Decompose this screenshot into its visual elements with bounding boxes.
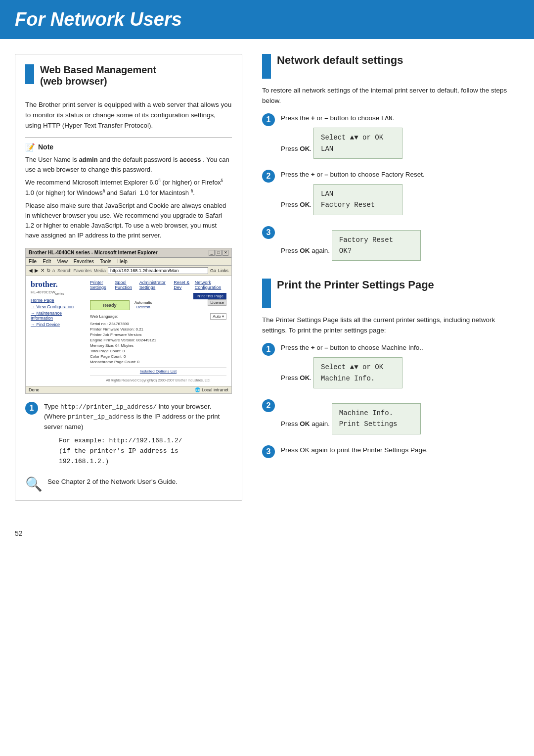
link-network-config[interactable]: Network Configuration (195, 280, 226, 290)
info-serial: Serial no.: Z34767890 (90, 322, 226, 326)
lcd-select-machine-info: Select ▲▼ or OKMachine Info. (313, 357, 402, 388)
link-reset-dev[interactable]: Reset & Dev (174, 280, 191, 290)
print-step-3-text: Press OK again to print the Printer Sett… (281, 446, 428, 454)
print-step-1-content: Press the + or – button to choose Machin… (281, 343, 519, 392)
page-title: For Network Users (15, 9, 519, 30)
browser-address-bar[interactable] (108, 267, 208, 274)
note-box: 📝 Note The User Name is admin and the de… (25, 137, 232, 241)
print-step-3: 3 Press OK again to print the Printer Se… (262, 445, 519, 458)
menu-edit[interactable]: Edit (43, 259, 51, 264)
left-column: Web Based Management(web browser) The Br… (15, 54, 257, 513)
refresh-btn[interactable]: ↻ (46, 268, 50, 273)
stop-btn[interactable]: ✕ (41, 268, 44, 273)
links-label: Links (218, 268, 228, 273)
network-step-1-content: Press the + or – button to choose LAN.Pr… (281, 113, 519, 163)
print-this-page-btn[interactable]: Print This Page (193, 293, 226, 299)
web-language-value[interactable]: Auto ▾ (210, 313, 226, 320)
go-btn[interactable]: Go (210, 268, 216, 273)
browser-model: HL-4070CDWseries (31, 290, 85, 295)
info-memory: Memory Size: 64 Mbytes (90, 343, 226, 348)
nav-find-device[interactable]: Find Device (31, 322, 85, 327)
network-defaults-section: Network default settings To restore all … (262, 54, 519, 265)
step-number-1: 1 (25, 402, 38, 415)
browser-title-text: Brother HL-4040CN series - Microsoft Int… (29, 250, 158, 255)
note-header: 📝 Note (25, 142, 232, 152)
browser-menubar: File Edit View Favorites Tools Help (26, 258, 231, 266)
wbm-section: Web Based Management(web browser) The Br… (15, 54, 242, 501)
home-btn[interactable]: ⌂ (52, 268, 55, 273)
statusbar-zone: 🌐 Local intranet (195, 387, 228, 392)
right-column: Network default settings To restore all … (257, 54, 519, 513)
menu-help[interactable]: Help (117, 259, 128, 264)
info-mono-pages: Monochrome Page Count: 0 (90, 360, 226, 364)
info-color-pages: Color Page Count: 0 (90, 354, 226, 359)
network-step-2: 2 Press the + or – button to choose Fact… (262, 170, 519, 219)
note-label: Note (38, 143, 53, 151)
browser-close-btn[interactable]: ✕ (222, 250, 228, 256)
print-settings-section: Print the Printer Settings Page The Prin… (262, 279, 519, 458)
print-step-1: 1 Press the + or – button to choose Mach… (262, 343, 519, 392)
forward-btn[interactable]: ▶ (35, 268, 39, 273)
network-step-number-2: 2 (262, 170, 275, 183)
browser-header-links: Printer Settings Spool Function Administ… (90, 280, 226, 290)
back-btn[interactable]: ◀ (29, 268, 33, 273)
network-step-3-text: Press OK again. (281, 247, 330, 254)
menu-favorites[interactable]: Favorites (74, 259, 94, 264)
network-step-1: 1 Press the + or – button to choose LAN.… (262, 113, 519, 163)
main-content: Web Based Management(web browser) The Br… (0, 39, 534, 527)
network-step-3-content: Press OK again. Factory ResetOK? (281, 226, 519, 265)
print-step-2-text: Press OK again. (281, 420, 330, 427)
link-printer-settings[interactable]: Printer Settings (90, 280, 112, 290)
nav-home-page[interactable]: Home Page (31, 298, 85, 303)
info-printer-fw: Printer Firmware Version: 0.21 (90, 327, 226, 331)
wbm-title: Web Based Management(web browser) (40, 64, 156, 87)
header-bar: For Network Users (0, 0, 534, 39)
nav-view-config[interactable]: View Configuration (31, 304, 85, 309)
wbm-section-header: Web Based Management(web browser) (25, 64, 232, 93)
browser-sidebar: brother. HL-4070CDWseries Home Page View… (31, 280, 85, 382)
network-defaults-title: Network default settings (277, 54, 403, 67)
magnifier-icon: 🔍 (25, 476, 43, 492)
web-language-label: Web Language: (90, 314, 118, 319)
menu-file[interactable]: File (29, 259, 37, 264)
print-step-3-content: Press OK again to print the Printer Sett… (281, 445, 519, 458)
network-step-2-content: Press the + or – button to choose Factor… (281, 170, 519, 219)
left-step-1: 1 Type http://printer_ip_address/ into y… (25, 402, 232, 471)
lcd-machine-info-print: Machine Info.Print Settings (332, 403, 421, 434)
browser-toolbar: ◀ ▶ ✕ ↻ ⌂ Search Favorites Media Go Link… (26, 266, 231, 276)
link-spool-function[interactable]: Spool Function (115, 280, 136, 290)
browser-minimize-btn[interactable]: _ (209, 250, 215, 256)
browser-titlebar: Brother HL-4040CN series - Microsoft Int… (26, 248, 231, 258)
network-step-3: 3 Press OK again. Factory ResetOK? (262, 226, 519, 265)
print-step-2-content: Press OK again. Machine Info.Print Setti… (281, 399, 519, 438)
status-ready-box: Ready (90, 300, 130, 310)
printer-status-area: Ready Automatic Refresh License (90, 300, 226, 310)
step-1-subtext: (Where printer_ip_address is the IP addr… (44, 413, 220, 430)
lcd-lan-factory-reset: LANFactory Reset (313, 184, 402, 215)
nav-maintenance-info[interactable]: Maintenance Information (31, 311, 85, 321)
link-admin-settings[interactable]: Administrator Settings (139, 280, 171, 290)
lcd-factory-reset-ok: Factory ResetOK? (332, 230, 421, 261)
network-step-number-1: 1 (262, 113, 275, 126)
page-number: 52 (15, 529, 23, 537)
step-1-subcode: printer_ip_address (68, 414, 134, 421)
network-defaults-desc: To restore all network settings of the i… (262, 86, 519, 106)
print-step-2: 2 Press OK again. Machine Info.Print Set… (262, 399, 519, 438)
note-text: The User Name is admin and the default p… (25, 155, 232, 241)
browser-maximize-btn[interactable]: □ (216, 250, 222, 256)
footer: 52 (0, 527, 534, 547)
menu-view[interactable]: View (57, 259, 68, 264)
browser-statusbar: Done 🌐 Local intranet (26, 386, 231, 393)
step-1-example: For example: http://192.168.1.2/(if the … (44, 436, 232, 467)
license-area: License (208, 300, 226, 310)
browser-controls: _ □ ✕ (209, 250, 228, 256)
network-step-number-3: 3 (262, 226, 275, 239)
menu-tools[interactable]: Tools (100, 259, 111, 264)
step-1-code: http://printer_ip_address/ (60, 404, 157, 411)
favorites-label: Favorites (74, 268, 92, 273)
note-icon: 📝 (25, 142, 35, 152)
installed-opts-link[interactable]: Installed Options List (90, 367, 226, 376)
step-1-text: Type http://printer_ip_address/ into you… (44, 403, 211, 410)
statusbar-done: Done (29, 387, 40, 392)
print-step-number-2: 2 (262, 399, 275, 412)
